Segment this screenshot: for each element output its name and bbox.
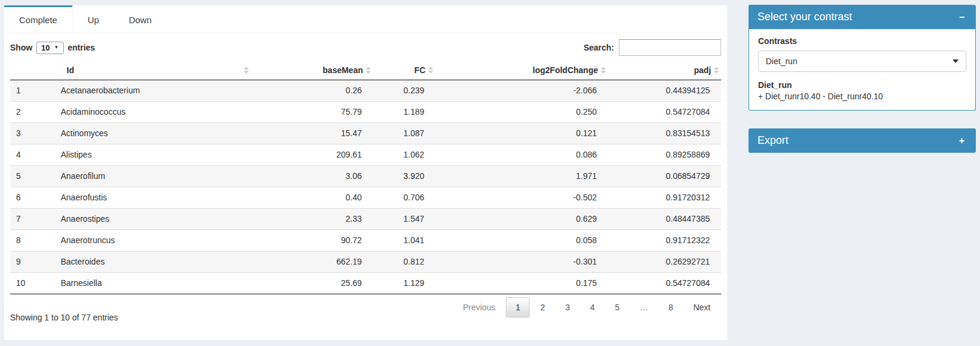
page-button-1[interactable]: 1 [506,297,530,317]
column-header-log2foldchange[interactable]: log2FoldChange [436,61,608,80]
cell-fc: 1.129 [373,273,436,294]
page: Complete Up Down Show 10 ▼ entries Searc… [0,0,980,346]
collapse-minus-icon[interactable]: − [957,11,967,23]
cell-padj: 0.89258869 [608,144,721,166]
table-row[interactable]: 2Acidaminococcus75.791.1890.2500.5472708… [10,102,721,123]
tab-down[interactable]: Down [114,5,166,33]
column-label: padj [694,65,711,75]
cell-id: Acidaminococcus [55,102,251,123]
cell-log2foldchange: 0.086 [436,144,608,166]
column-header-padj[interactable]: padj [608,61,721,80]
cell-basemean: 209.61 [251,144,373,166]
sort-icon [601,67,606,74]
cell-log2foldchange: 0.629 [436,209,608,230]
cell-padj: 0.91720312 [608,187,721,209]
expand-plus-icon[interactable]: + [957,135,967,147]
table-row[interactable]: 3Actinomyces15.471.0870.1210.83154513 [10,123,721,144]
tab-complete[interactable]: Complete [4,5,73,33]
cell-basemean: 15.47 [251,123,373,144]
contrast-formula: + Diet_runr10.40 - Diet_runr40.10 [758,92,966,101]
cell-log2foldchange: -2.066 [436,80,608,102]
row-index: 3 [10,123,55,144]
caret-down-icon [953,59,959,63]
export-box-header: Export + [749,128,976,153]
page-length-value: 10 [41,43,49,52]
cell-padj: 0.54727084 [608,273,721,294]
column-header-basemean[interactable]: baseMean [251,61,373,80]
cell-id: Anaerofilum [55,166,251,187]
pagination-next[interactable]: Next [684,297,720,317]
cell-id: Alistipes [55,144,251,166]
cell-fc: 1.547 [373,209,436,230]
row-index: 1 [10,80,55,102]
cell-fc: 3.920 [373,166,436,187]
page-button-3[interactable]: 3 [556,297,580,317]
cell-fc: 1.189 [373,102,436,123]
cell-id: Anaerofustis [55,187,251,209]
pagination: Previous12345…8Next [452,297,720,317]
table-row[interactable]: 5Anaerofilum3.063.9201.9710.06854729 [10,166,721,187]
row-index: 7 [10,209,55,230]
page-length-control: Show 10 ▼ entries [10,42,95,54]
contrast-box: Select your contrast − Contrasts Diet_ru… [749,5,976,111]
cell-id: Anaerostipes [55,209,251,230]
cell-fc: 0.812 [373,251,436,273]
cell-log2foldchange: -0.502 [436,187,608,209]
table-row[interactable]: 8Anaerotruncus90.721.0410.0580.91712322 [10,230,721,251]
page-button-4[interactable]: 4 [581,297,605,317]
cell-padj: 0.48447385 [608,209,721,230]
cell-basemean: 0.40 [251,187,373,209]
column-label: FC [414,65,425,75]
show-label: Show [10,43,32,52]
table-row[interactable]: 1Acetanaerobacterium0.260.239-2.0660.443… [10,80,721,102]
cell-log2foldchange: 0.121 [436,123,608,144]
search-input[interactable] [619,39,721,56]
cell-id: Bacteroides [55,251,251,273]
pagination-ellipsis: … [630,297,657,317]
row-index: 6 [10,187,55,209]
row-index: 8 [10,230,55,251]
sort-icon [366,67,371,74]
tab-bar: Complete Up Down [4,5,727,33]
row-index: 5 [10,166,55,187]
pagination-previous[interactable]: Previous [453,297,505,317]
cell-basemean: 2.33 [251,209,373,230]
page-button-8[interactable]: 8 [659,297,682,317]
entries-label: entries [68,43,95,52]
results-card: Complete Up Down Show 10 ▼ entries Searc… [4,5,727,340]
contrast-box-body: Contrasts Diet_run Diet_run + Diet_runr1… [749,29,976,111]
row-index: 10 [10,273,55,294]
column-label: Id [67,65,74,75]
tab-up[interactable]: Up [73,5,114,33]
row-index: 2 [10,102,55,123]
sort-icon [714,67,719,74]
cell-padj: 0.44394125 [608,80,721,102]
table-row[interactable]: 7Anaerostipes2.331.5470.6290.48447385 [10,209,721,230]
cell-id: Anaerotruncus [55,230,251,251]
cell-log2foldchange: 0.058 [436,230,608,251]
cell-padj: 0.06854729 [608,166,721,187]
contrast-select[interactable]: Diet_run [758,51,966,72]
results-table: Id baseMean FC [10,61,721,294]
search-label: Search: [584,43,614,52]
table-row[interactable]: 6Anaerofustis0.400.706-0.5020.91720312 [10,187,721,209]
table-row[interactable]: 10Barnesiella25.691.1290.1750.54727084 [10,273,721,294]
cell-basemean: 25.69 [251,273,373,294]
page-button-5[interactable]: 5 [606,297,630,317]
cell-basemean: 662.19 [251,251,373,273]
column-label: log2FoldChange [533,65,598,75]
column-header-fc[interactable]: FC [373,61,436,80]
table-row[interactable]: 9Bacteroides662.190.812-0.3010.26292721 [10,251,721,273]
sort-icon [244,67,249,74]
cell-fc: 1.087 [373,123,436,144]
cell-fc: 1.062 [373,144,436,166]
cell-padj: 0.83154513 [608,123,721,144]
cell-padj: 0.54727084 [608,102,721,123]
table-header-row: Id baseMean FC [10,61,721,80]
page-length-select[interactable]: 10 ▼ [36,42,63,54]
column-header-id[interactable]: Id [55,61,251,80]
row-index: 4 [10,144,55,166]
page-button-2[interactable]: 2 [531,297,555,317]
cell-id: Acetanaerobacterium [55,80,251,102]
table-row[interactable]: 4Alistipes209.611.0620.0860.89258869 [10,144,721,166]
